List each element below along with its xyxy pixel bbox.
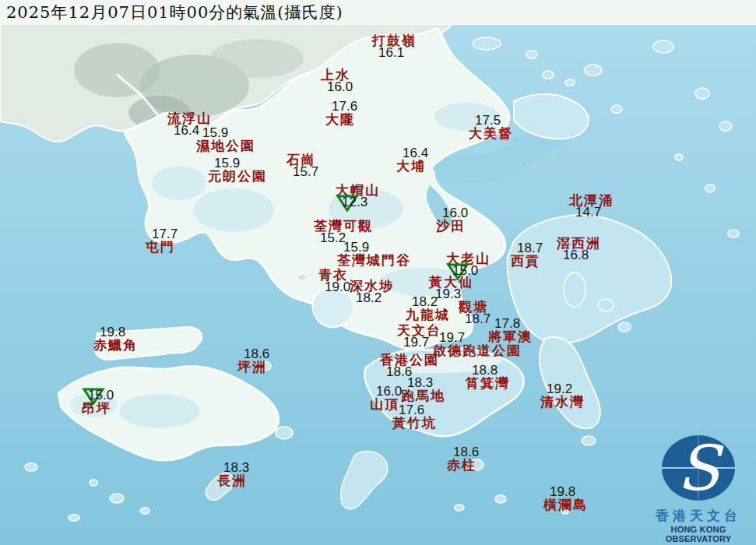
station-value: 18.6 [244, 346, 269, 361]
station-value: 15.2 [320, 230, 346, 245]
station-value: 15.9 [202, 125, 228, 140]
station-label: 滘西洲16.8 [557, 237, 601, 262]
hko-logo-emblem: S [651, 431, 746, 505]
station-value: 16.0 [376, 384, 402, 399]
temperature-map: 2025年12月07日01時00分的氣溫(攝氏度) 打鼓嶺16.1上水16.01… [0, 0, 756, 545]
logo-chinese-name: 香港天文台 [644, 507, 753, 525]
station-label: 15.9元朗公園 [208, 157, 267, 182]
station-value: 15.0 [452, 263, 478, 278]
station-name: 啟德跑道公園 [433, 344, 522, 357]
station-value: 19.3 [435, 287, 461, 301]
station-value: 16.4 [174, 123, 199, 138]
station-name: 清水灣 [540, 396, 585, 408]
station-name: 赤柱 [447, 459, 479, 471]
station-value: 19.8 [100, 325, 125, 339]
station-name: 跑馬地 [401, 389, 445, 402]
station-label: 17.6大隴 [325, 100, 357, 125]
station-name: 西貢 [511, 255, 543, 267]
station-label: 北潭涌14.7 [569, 194, 614, 219]
station-value: 18.2 [412, 294, 438, 309]
station-value: 17.6 [399, 403, 424, 417]
station-label: 17.5大美督 [469, 114, 513, 139]
station-label: 石崗15.7 [287, 153, 318, 178]
station-label: 深水埗18.2 [350, 280, 394, 304]
station-value: 16.8 [563, 248, 589, 262]
station-label: 18.6坪洲 [237, 348, 269, 373]
station-label: 17.7屯門 [146, 228, 178, 253]
hko-logo: S 香港天文台 HONG KONG OBSERVATORY [644, 431, 753, 543]
title-bar: 2025年12月07日01時00分的氣溫(攝氏度) [0, 0, 756, 25]
station-label: 打鼓嶺16.1 [372, 34, 417, 59]
station-value: 18.3 [223, 460, 249, 475]
station-label: 18.8筲箕灣 [466, 364, 510, 389]
station-name: 橫瀾島 [543, 498, 588, 511]
station-value: 14.7 [575, 205, 601, 220]
station-value: 12.3 [342, 195, 367, 209]
station-value: 18.7 [465, 311, 491, 326]
station-label: 17.6黃竹坑 [392, 404, 437, 429]
station-label: 大帽山12.3 [336, 184, 380, 209]
station-label: 15.0昂坪 [82, 389, 114, 414]
station-name: 元朗公園 [208, 170, 267, 182]
station-label: 19.8橫瀾島 [543, 486, 588, 511]
station-value: 17.6 [332, 99, 357, 114]
station-label: 觀塘18.7 [459, 301, 491, 325]
station-label: 大老山15.0 [446, 252, 491, 277]
station-value: 19.2 [547, 382, 572, 396]
station-value: 19.7 [439, 330, 465, 345]
station-value: 15.7 [293, 164, 318, 179]
station-name: 長洲 [217, 474, 249, 487]
station-label: 19.7啟德跑道公園 [433, 332, 522, 357]
station-value: 18.6 [453, 445, 479, 459]
station-value: 17.5 [475, 113, 501, 128]
station-name: 大埔 [396, 160, 428, 172]
landmass-tsing-yi [313, 290, 354, 328]
station-name: 赤鱲角 [93, 339, 138, 351]
station-label: 19.8赤鱲角 [93, 326, 138, 351]
station-value: 18.2 [356, 290, 382, 305]
station-label: 16.4大埔 [396, 147, 428, 172]
station-name: 沙田 [436, 220, 468, 232]
lantau-peak-shading [119, 394, 200, 428]
station-name: 坪洲 [237, 360, 269, 373]
svg-text:S: S [677, 432, 724, 505]
station-value: 16.0 [442, 206, 468, 220]
station-name: 大美督 [469, 127, 513, 139]
station-value: 16.4 [403, 146, 428, 160]
station-value: 15.9 [214, 156, 240, 171]
station-label: 18.3跑馬地 [401, 377, 445, 402]
station-value: 17.7 [152, 227, 178, 241]
map-title: 2025年12月07日01時00分的氣溫(攝氏度) [6, 2, 343, 23]
station-name: 大隴 [325, 113, 357, 125]
station-name: 九龍城 [406, 308, 450, 321]
station-name: 濕地公園 [196, 139, 255, 152]
station-label: 15.9濕地公園 [196, 127, 255, 152]
station-value: 15.9 [343, 240, 369, 255]
station-value: 17.8 [494, 316, 520, 331]
station-label: 18.3長洲 [217, 462, 249, 487]
station-label: 18.7西貢 [511, 242, 543, 267]
station-value: 16.1 [378, 45, 404, 60]
station-name: 荃灣城門谷 [337, 254, 411, 266]
station-value: 19.0 [325, 280, 350, 294]
station-name: 屯門 [146, 241, 178, 253]
station-value: 19.7 [403, 335, 429, 350]
station-value: 18.3 [407, 375, 433, 390]
station-name: 黃竹坑 [392, 417, 437, 429]
station-value: 16.0 [327, 79, 353, 94]
logo-english-name: HONG KONG OBSERVATORY [644, 525, 753, 543]
station-name: 筲箕灣 [466, 377, 510, 389]
station-label: 15.9荃灣城門谷 [337, 241, 411, 266]
station-label: 16.0沙田 [436, 207, 468, 232]
station-value: 15.0 [88, 388, 114, 403]
station-label: 青衣19.0 [318, 269, 350, 294]
station-label: 18.6赤柱 [447, 446, 479, 471]
hong-kong-base-map [0, 0, 756, 545]
station-label: 上水16.0 [321, 69, 353, 93]
station-value: 18.8 [472, 363, 498, 378]
station-value: 18.7 [517, 241, 543, 255]
station-value: 19.8 [550, 484, 575, 499]
station-label: 19.2清水灣 [540, 383, 585, 408]
